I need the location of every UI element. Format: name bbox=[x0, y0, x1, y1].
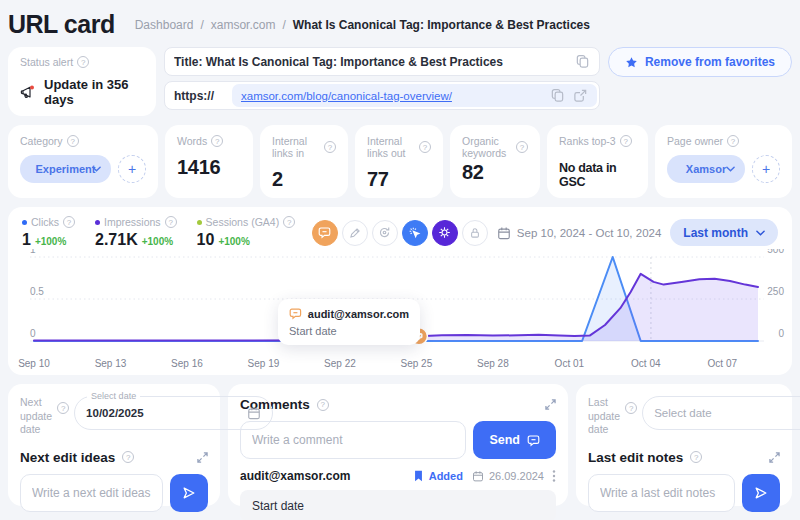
copy-icon[interactable] bbox=[575, 54, 590, 69]
breadcrumb: Dashboard / xamsor.com / What Is Canonic… bbox=[135, 18, 590, 32]
external-link-icon[interactable] bbox=[573, 88, 588, 103]
help-icon[interactable] bbox=[317, 399, 329, 411]
comment-text: Start date bbox=[240, 490, 556, 520]
help-icon[interactable] bbox=[165, 216, 177, 228]
chart-layer-toggles bbox=[312, 220, 488, 246]
help-icon[interactable] bbox=[690, 451, 702, 463]
send-ideas-button[interactable] bbox=[170, 474, 208, 512]
breadcrumb-dashboard[interactable]: Dashboard bbox=[135, 18, 194, 32]
date-range-text: Sep 10, 2024 - Oct 10, 2024 bbox=[517, 227, 662, 239]
page-owner-card: Page owner Xamsor + bbox=[655, 125, 792, 198]
updates-layer-button[interactable] bbox=[372, 220, 398, 246]
category-select[interactable]: Experiment bbox=[20, 155, 111, 183]
impressions-stat: Impressions 2.71K+100% bbox=[95, 216, 177, 249]
period-select[interactable]: Last month bbox=[670, 219, 778, 246]
words-value: 1416 bbox=[177, 156, 241, 179]
clicks-layer-button[interactable] bbox=[402, 220, 428, 246]
owner-label: Page owner bbox=[667, 135, 723, 147]
help-icon[interactable] bbox=[516, 141, 528, 153]
next-update-label: Next update date bbox=[20, 396, 52, 437]
send-icon bbox=[754, 486, 768, 500]
ranks-top3-card: Ranks top-3 No data in GSC bbox=[547, 125, 648, 198]
page-title: URL card bbox=[8, 10, 115, 39]
next-update-card: Next update date Select date Next edit i… bbox=[8, 384, 220, 506]
add-category-button[interactable]: + bbox=[118, 155, 146, 183]
expand-icon[interactable] bbox=[769, 452, 780, 463]
organic-value: 82 bbox=[462, 161, 528, 184]
svg-text:Sep 16: Sep 16 bbox=[171, 358, 203, 369]
remove-favorites-button[interactable]: Remove from favorites bbox=[608, 47, 792, 77]
svg-text:Sep 28: Sep 28 bbox=[477, 358, 509, 369]
words-card: Words 1416 bbox=[165, 125, 253, 198]
category-card: Category Experiment + bbox=[8, 125, 158, 198]
ranks-value: No data in GSC bbox=[559, 161, 636, 189]
links-out-value: 77 bbox=[367, 168, 431, 191]
help-icon[interactable] bbox=[77, 56, 89, 68]
bookmark-icon bbox=[413, 470, 424, 482]
date-range[interactable]: Sep 10, 2024 - Oct 10, 2024 bbox=[497, 226, 662, 240]
clicks-value: 1 bbox=[22, 231, 31, 249]
help-icon[interactable] bbox=[57, 402, 69, 414]
breadcrumb-separator: / bbox=[282, 18, 285, 32]
svg-text:0.5: 0.5 bbox=[30, 286, 44, 297]
help-icon[interactable] bbox=[620, 135, 632, 147]
last-update-date-field[interactable] bbox=[642, 396, 800, 430]
send-comment-label: Send bbox=[489, 433, 520, 447]
comment-input[interactable] bbox=[240, 421, 466, 459]
help-icon[interactable] bbox=[122, 451, 134, 463]
comment-author: audit@xamsor.com bbox=[240, 469, 350, 483]
category-value: Experiment bbox=[36, 163, 96, 175]
chevron-down-icon bbox=[726, 166, 735, 172]
comment-badge: Added bbox=[429, 470, 463, 482]
help-icon[interactable] bbox=[324, 141, 336, 153]
impressions-change: +100% bbox=[142, 236, 173, 247]
impressions-label: Impressions bbox=[104, 216, 161, 228]
add-owner-button[interactable]: + bbox=[752, 155, 780, 183]
expand-icon[interactable] bbox=[545, 399, 556, 410]
star-icon bbox=[625, 56, 638, 69]
help-icon[interactable] bbox=[727, 135, 739, 147]
chart-stats: Clicks 1+100% Impressions 2.71K+100% Ses… bbox=[22, 216, 295, 249]
comments-layer-button[interactable] bbox=[312, 220, 338, 246]
help-icon[interactable] bbox=[63, 216, 75, 228]
help-icon[interactable] bbox=[211, 135, 223, 147]
page-header: URL card Dashboard / xamsor.com / What I… bbox=[0, 0, 800, 47]
expand-icon[interactable] bbox=[197, 452, 208, 463]
breadcrumb-separator: / bbox=[200, 18, 203, 32]
help-icon[interactable] bbox=[67, 135, 79, 147]
url-field: https:// xamsor.com/blog/canonical-tag-o… bbox=[164, 81, 600, 110]
refresh-gear-icon bbox=[378, 226, 391, 239]
ai-layer-button[interactable] bbox=[432, 220, 458, 246]
help-icon[interactable] bbox=[419, 141, 431, 153]
help-icon[interactable] bbox=[283, 216, 295, 228]
svg-text:250: 250 bbox=[767, 286, 784, 297]
lock-layer-button[interactable] bbox=[462, 220, 488, 246]
next-update-date-field[interactable]: Select date bbox=[74, 396, 273, 430]
next-edit-ideas-input[interactable] bbox=[20, 474, 163, 512]
comment-menu-icon[interactable] bbox=[552, 469, 556, 483]
svg-text:Sep 13: Sep 13 bbox=[95, 358, 127, 369]
title-input[interactable] bbox=[174, 55, 567, 69]
breadcrumb-domain[interactable]: xamsor.com bbox=[211, 18, 276, 32]
owner-select[interactable]: Xamsor bbox=[667, 155, 745, 183]
breadcrumb-current: What Is Canonical Tag: Importance & Best… bbox=[293, 18, 590, 32]
send-notes-button[interactable] bbox=[742, 474, 780, 512]
chat-icon bbox=[318, 226, 331, 239]
svg-text:Sep 19: Sep 19 bbox=[248, 358, 280, 369]
copy-icon[interactable] bbox=[550, 88, 565, 103]
megaphone-icon bbox=[20, 84, 37, 101]
last-update-date-input[interactable] bbox=[654, 407, 800, 419]
last-edit-notes-title: Last edit notes bbox=[588, 450, 683, 465]
edits-layer-button[interactable] bbox=[342, 220, 368, 246]
next-edit-ideas-title: Next edit ideas bbox=[20, 450, 115, 465]
url-link[interactable]: xamsor.com/blog/canonical-tag-overview/ bbox=[241, 90, 542, 102]
links-in-value: 2 bbox=[272, 168, 336, 191]
last-edit-notes-input[interactable] bbox=[588, 474, 735, 512]
comment-date: 26.09.2024 bbox=[489, 470, 544, 482]
next-update-date-input[interactable] bbox=[86, 407, 241, 419]
send-comment-button[interactable]: Send bbox=[473, 421, 556, 459]
svg-text:1: 1 bbox=[30, 249, 36, 255]
calendar-icon bbox=[472, 470, 484, 482]
comment-meta: audit@xamsor.com Added 26.09.2024 bbox=[240, 469, 556, 483]
help-icon[interactable] bbox=[625, 402, 637, 414]
